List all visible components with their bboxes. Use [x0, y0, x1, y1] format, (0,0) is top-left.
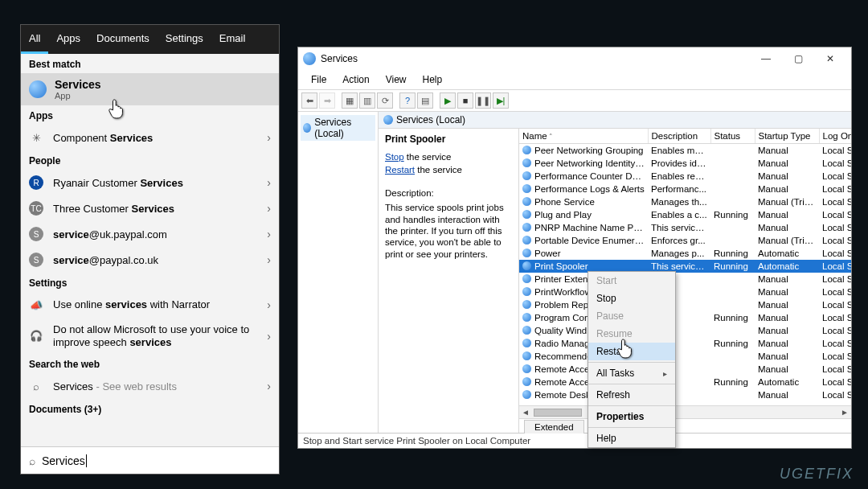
gear-icon: [383, 115, 393, 125]
col-startup-type[interactable]: Startup Type: [755, 129, 819, 144]
people-result[interactable]: TC Three Customer Services ›: [21, 195, 279, 221]
table-row[interactable]: Recommende ...ManualLocal Syste...: [519, 350, 851, 363]
gear-icon: [522, 326, 531, 335]
minimize-button[interactable]: —: [750, 51, 782, 67]
tree-node-services-local[interactable]: Services (Local): [301, 115, 375, 141]
table-row[interactable]: Quality Wind ...ManualLocal Service: [519, 324, 851, 337]
services-grid[interactable]: NameDescriptionStatusStartup TypeLog On …: [519, 129, 851, 405]
back-button[interactable]: ⬅: [301, 92, 317, 109]
forward-button[interactable]: ➡: [319, 92, 335, 109]
col-status[interactable]: Status: [710, 129, 755, 144]
help-button[interactable]: ?: [399, 92, 416, 109]
gear-icon: [522, 146, 531, 154]
chevron-right-icon: ›: [267, 131, 271, 144]
table-row[interactable]: Program Com e...RunningManualLocal Syste…: [519, 311, 851, 324]
table-row[interactable]: Remote Desk ...ManualLocal Syste...: [519, 388, 851, 401]
menu-help[interactable]: Help: [415, 72, 451, 87]
menu-action[interactable]: Action: [334, 72, 377, 87]
context-menu: Start Stop Pause Resume Restart All Task…: [588, 271, 676, 448]
watermark: UGETFIX: [780, 466, 854, 483]
search-tab-all[interactable]: All: [21, 25, 48, 54]
section-documents: Documents (3+): [21, 399, 279, 418]
menu-item-restart[interactable]: Restart: [588, 343, 675, 360]
table-row[interactable]: Radio Manag ...RunningManualLocal Servic…: [519, 337, 851, 350]
gear-icon: [522, 364, 531, 373]
people-result[interactable]: S service@paypal.co.uk ›: [21, 247, 279, 273]
menu-file[interactable]: File: [303, 72, 334, 87]
table-row[interactable]: Remote Acce ...RunningAutomaticLocal Sys…: [519, 376, 851, 388]
chevron-right-icon: ›: [267, 298, 271, 311]
refresh-button[interactable]: ⟳: [377, 92, 393, 109]
status-bar: Stop and Start service Print Spooler on …: [298, 433, 851, 448]
settings-result[interactable]: 🎧 Do not allow Microsoft to use your voi…: [21, 318, 279, 354]
table-row[interactable]: PNRP Machine Name Publi... This service …: [519, 221, 851, 234]
menu-item-start: Start: [588, 272, 675, 290]
menubar: FileActionViewHelp: [298, 70, 851, 89]
gear-icon: [522, 236, 531, 244]
app-icon: ✳: [29, 130, 43, 145]
table-row[interactable]: Power Manages p...RunningAutomaticLocal …: [519, 247, 851, 260]
table-row[interactable]: PrintWorkflow ...ManualLocal Syste...: [519, 286, 851, 298]
close-button[interactable]: ✕: [814, 51, 846, 67]
detail-pane: Print Spooler Stop the service Restart t…: [379, 129, 519, 433]
pause-service-button[interactable]: ❚❚: [475, 92, 491, 109]
search-tab-email[interactable]: Email: [211, 25, 254, 54]
tab-extended[interactable]: Extended: [524, 420, 584, 434]
table-row[interactable]: Printer Extens e...ManualLocal Syste...: [519, 273, 851, 286]
detail-heading: Print Spooler: [385, 134, 512, 145]
export-button[interactable]: ▥: [359, 92, 375, 109]
table-row[interactable]: Phone Service Manages th...Manual (Trig.…: [519, 195, 851, 208]
best-match-item[interactable]: Services App: [21, 73, 279, 105]
services-icon: [303, 52, 316, 65]
services-window: Services — ▢ ✕ FileActionViewHelp ⬅ ➡ ▦ …: [297, 47, 852, 449]
menu-item-pause: Pause: [588, 307, 675, 325]
stop-link[interactable]: Stop: [385, 152, 404, 162]
gear-icon: [522, 274, 531, 283]
gear-icon: [522, 339, 531, 347]
maximize-button[interactable]: ▢: [782, 51, 814, 67]
menu-item-help[interactable]: Help: [588, 429, 675, 447]
chevron-right-icon: ›: [267, 253, 271, 266]
people-result[interactable]: S service@uk.paypal.com ›: [21, 221, 279, 247]
menu-item-properties[interactable]: Properties: [588, 408, 675, 425]
view-tabs: Extended Standard: [519, 418, 851, 433]
section-apps: Apps: [21, 105, 279, 125]
menu-item-all-tasks[interactable]: All Tasks▸: [588, 364, 675, 382]
table-row[interactable]: Peer Networking Identity M... Provides i…: [519, 157, 851, 170]
search-tab-settings[interactable]: Settings: [158, 25, 211, 54]
start-service-button[interactable]: ▶: [440, 92, 456, 109]
table-row[interactable]: Plug and Play Enables a c...RunningManua…: [519, 208, 851, 221]
web-result[interactable]: ⌕ Services - See web results ›: [21, 373, 279, 399]
app-result[interactable]: ✳ Component Services ›: [21, 125, 279, 150]
restart-service-button[interactable]: ▶|: [493, 92, 509, 109]
col-description[interactable]: Description: [648, 129, 710, 144]
horizontal-scrollbar[interactable]: ◄►: [519, 405, 851, 418]
gear-icon: [522, 249, 531, 257]
properties-button[interactable]: ▤: [417, 92, 433, 109]
gear-icon: [522, 197, 531, 206]
stop-service-button[interactable]: ■: [457, 92, 473, 109]
menu-item-stop[interactable]: Stop: [588, 290, 675, 307]
gear-icon: [522, 377, 531, 386]
table-row[interactable]: Print Spooler This service ...RunningAut…: [519, 260, 851, 273]
table-row[interactable]: Performance Logs & Alerts Performanc...M…: [519, 183, 851, 195]
search-tab-apps[interactable]: Apps: [48, 25, 88, 54]
restart-link[interactable]: Restart: [385, 165, 415, 175]
table-row[interactable]: Portable Device Enumerator... Enforces g…: [519, 234, 851, 247]
menu-item-resume: Resume: [588, 325, 675, 343]
gear-icon: [522, 223, 531, 232]
menu-view[interactable]: View: [378, 72, 415, 87]
table-row[interactable]: Performance Counter DLL ... Enables rem.…: [519, 170, 851, 183]
search-input[interactable]: ⌕ Services: [21, 446, 279, 474]
show-hide-button[interactable]: ▦: [342, 92, 358, 109]
table-row[interactable]: Problem Repo ...ManualLocal Syste...: [519, 298, 851, 311]
col-log-on-as[interactable]: Log On As: [819, 129, 851, 144]
settings-result[interactable]: 📣 Use online services with Narrator ›: [21, 292, 279, 318]
menu-item-refresh[interactable]: Refresh: [588, 386, 675, 404]
table-row[interactable]: Remote Acce ...ManualLocal Syste...: [519, 363, 851, 376]
titlebar[interactable]: Services — ▢ ✕: [298, 47, 851, 70]
table-row[interactable]: Peer Networking Grouping Enables mul...M…: [519, 144, 851, 158]
search-tab-documents[interactable]: Documents: [88, 25, 158, 54]
people-result[interactable]: R Ryanair Customer Services ›: [21, 170, 279, 195]
col-name[interactable]: Name: [519, 129, 648, 144]
